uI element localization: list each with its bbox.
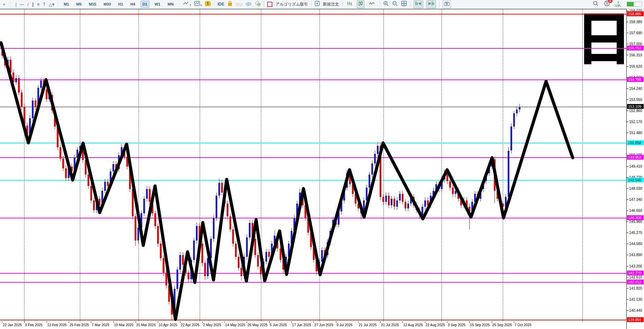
tile-windows-icon[interactable] [401, 1, 407, 8]
price-tick [627, 288, 628, 289]
community-icon[interactable] [255, 1, 261, 8]
date-tick [492, 321, 492, 323]
signals-icon[interactable]: ((o)) [236, 2, 242, 6]
date-tick [425, 321, 425, 323]
date-tick-label: 26 May 2025 [247, 323, 267, 327]
vertical-line-tool-icon[interactable]: | [16, 2, 17, 7]
level-indicator[interactable]: ⇧LVL [616, 1, 621, 7]
fibonacci-tool-icon[interactable]: ≡ [37, 2, 40, 7]
timeframe-h1[interactable]: H1 [116, 1, 125, 8]
date-tick [469, 321, 470, 323]
price-tick-label: 143.200 [629, 264, 642, 268]
date-tick-label: 3 Feb 2025 [25, 323, 43, 327]
date-tick-label: 19 Mar 2025 [114, 323, 134, 327]
date-tick-label: 7 Oct 2025 [515, 323, 532, 327]
zoom-out-icon[interactable] [392, 1, 398, 8]
cloud-icon[interactable] [245, 1, 252, 7]
date-tick [291, 321, 292, 323]
price-tick-label: 144.580 [629, 242, 642, 246]
chart-plot-area[interactable] [0, 9, 626, 322]
new-order-button[interactable]: 新規注文 [323, 2, 339, 7]
horizontal-line-tool-icon[interactable]: ― [20, 2, 24, 7]
price-tick-label: 152.860 [629, 109, 642, 113]
auto-scroll-icon[interactable] [414, 0, 423, 8]
user-avatar[interactable]: 1 [604, 0, 610, 8]
timeframe-mn[interactable]: MN [165, 1, 175, 8]
timeframe-d1[interactable]: D1 [140, 1, 149, 8]
ide-button[interactable]: IDE [217, 2, 224, 7]
algo-trading-icon[interactable] [267, 2, 272, 7]
level-progress-fill [627, 2, 634, 6]
new-order-icon[interactable] [315, 1, 320, 8]
divider [311, 1, 311, 7]
date-tick-label: 22 Apr 2025 [181, 323, 199, 327]
price-tick [627, 122, 628, 122]
crosshair-tool-icon[interactable]: + [3, 2, 6, 7]
screenshot-icon[interactable] [443, 0, 451, 8]
divider [10, 1, 11, 7]
channel-tool-icon[interactable]: ∥ [32, 2, 34, 7]
date-tick-label: 27 Jun 2025 [314, 323, 333, 327]
price-tick-label: 152.170 [629, 120, 642, 124]
trendline-tool-icon[interactable]: / [27, 2, 29, 7]
price-tick [627, 88, 628, 89]
price-tick [627, 244, 628, 244]
zigzag-overlay[interactable] [0, 9, 626, 321]
bars-chart-icon[interactable] [345, 0, 354, 8]
indicators-icon[interactable]: ▾ [183, 1, 191, 7]
price-tick-label: 146.650 [629, 208, 642, 213]
price-tick-label: 158.380 [629, 20, 642, 24]
line-chart-icon[interactable] [368, 0, 377, 8]
date-tick-label: 3 Sep 2025 [448, 323, 465, 327]
timeframe-m1[interactable]: M1 [62, 1, 71, 8]
market-icon[interactable] [227, 1, 233, 8]
candles-chart-icon[interactable] [357, 0, 364, 8]
timeframe-m5[interactable]: M5 [74, 1, 83, 8]
price-tick-label: 143.890 [629, 253, 642, 257]
price-tick [627, 299, 628, 300]
price-tick-label: 156.310 [629, 53, 642, 57]
date-tick [447, 321, 447, 323]
zigzag-line[interactable] [1, 43, 573, 320]
price-tick [627, 44, 628, 44]
symbols-icon[interactable]: $ [205, 1, 211, 8]
date-tick-label: 17 Jun 2025 [292, 323, 311, 327]
search-icon[interactable] [593, 1, 598, 8]
zoom-in-icon[interactable] [383, 1, 389, 8]
price-tick [627, 133, 628, 133]
price-axis[interactable]: 159.070158.380157.690157.000156.310155.6… [626, 9, 644, 329]
price-level-label: 142.770 [627, 271, 644, 275]
algo-trading-button[interactable]: アルゴリズム取引 [275, 2, 308, 7]
date-tick [358, 321, 359, 323]
chart-shift-icon[interactable] [426, 0, 436, 8]
timeframe-h4[interactable]: H4 [128, 1, 137, 8]
date-tick-label: 12 Aug 2025 [403, 323, 423, 327]
timeframe-m30[interactable]: M30 [101, 1, 113, 8]
price-tick-label: 148.030 [629, 186, 642, 190]
timeframe-w1[interactable]: W1 [153, 1, 163, 8]
date-tick-label: 21 Jul 2025 [359, 323, 377, 327]
price-tick-label: 145.960 [629, 219, 642, 224]
timeframe-m15[interactable]: M15 [87, 1, 98, 8]
date-tick [202, 321, 203, 323]
date-tick [136, 321, 136, 323]
date-tick [114, 321, 114, 323]
date-axis[interactable]: 22 Jan 20253 Feb 202513 Feb 202525 Feb 2… [0, 321, 626, 329]
price-level-label: 149.953 [627, 155, 644, 160]
date-tick [2, 321, 2, 323]
date-tick-label: 10 Apr 2025 [158, 323, 177, 327]
text-tool-icon[interactable]: T [43, 2, 46, 7]
shapes-tool-icon[interactable]: △▾ [49, 2, 55, 7]
date-tick [225, 321, 225, 323]
date-tick [91, 321, 91, 323]
price-tick [627, 277, 628, 278]
price-level-label: 146.208 [627, 215, 644, 220]
date-tick [336, 321, 336, 323]
chart-template-icon[interactable]: ▾ [194, 1, 202, 8]
toolbar-grip: ⋮ [178, 3, 181, 6]
price-tick [627, 188, 628, 189]
price-tick [627, 199, 628, 200]
main-toolbar: + | ― / ∥ ≡ T △▾ ⋮ M1 M5 M15 M30 H1 H4 D… [0, 0, 644, 9]
date-tick [180, 321, 180, 323]
price-level-label: 154.799 [627, 77, 644, 82]
